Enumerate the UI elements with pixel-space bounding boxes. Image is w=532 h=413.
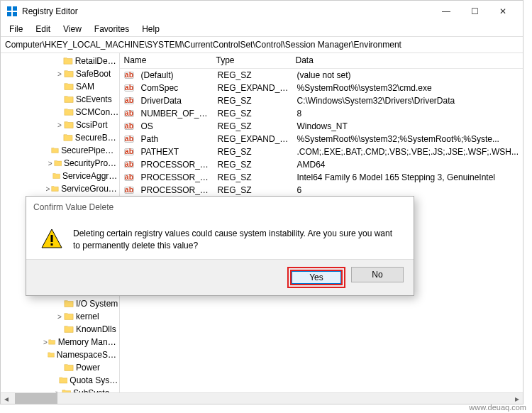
- value-row[interactable]: abPathREG_EXPAND_SZ%SystemRoot%\system32…: [120, 133, 523, 145]
- tree-item[interactable]: >kernel: [1, 310, 119, 323]
- tree-label: kernel: [76, 312, 99, 321]
- scroll-left-icon[interactable]: ◂: [1, 393, 12, 404]
- col-data[interactable]: Data: [292, 53, 523, 68]
- value-type: REG_SZ: [214, 172, 293, 182]
- tree-label: Power: [76, 363, 100, 373]
- tree-label: SafeBoot: [76, 69, 111, 79]
- value-type: REG_SZ: [214, 147, 293, 157]
- value-row[interactable]: abDriverDataREG_SZC:\Windows\System32\Dr…: [120, 94, 523, 107]
- maximize-button[interactable]: ☐: [460, 1, 489, 21]
- value-name: PROCESSOR_IDE...: [137, 172, 214, 182]
- tree-item[interactable]: ScEvents: [1, 93, 119, 106]
- tree-item[interactable]: SAM: [1, 80, 119, 93]
- expand-icon[interactable]: >: [43, 338, 49, 346]
- value-rows: ab(Default)REG_SZ(value not set)abComSpe…: [120, 69, 523, 209]
- warning-icon: [40, 228, 63, 250]
- value-name: PATHEXT: [137, 147, 214, 157]
- value-type: REG_EXPAND_SZ: [214, 134, 293, 144]
- tree-item[interactable]: >ServiceGroupOrder: [1, 182, 119, 195]
- tree-item[interactable]: SCMConfig: [1, 106, 119, 119]
- tree-item[interactable]: I/O System: [1, 297, 119, 310]
- svg-rect-2: [7, 12, 11, 16]
- value-row[interactable]: abComSpecREG_EXPAND_SZ%SystemRoot%\syste…: [120, 82, 523, 94]
- svg-text:ab: ab: [124, 70, 133, 79]
- value-data: (value not set): [293, 70, 523, 80]
- svg-text:ab: ab: [124, 121, 133, 130]
- tree-label: Quota System: [70, 375, 118, 385]
- address-bar[interactable]: Computer\HKEY_LOCAL_MACHINE\SYSTEM\Curre…: [1, 36, 523, 53]
- menu-view[interactable]: View: [57, 23, 87, 35]
- scroll-right-icon[interactable]: ▸: [511, 393, 523, 404]
- yes-highlight: Yes: [287, 267, 345, 288]
- menu-help[interactable]: Help: [136, 23, 165, 35]
- svg-text:ab: ab: [124, 134, 133, 143]
- menu-edit[interactable]: Edit: [30, 23, 56, 35]
- value-type: REG_SZ: [214, 160, 293, 170]
- value-row[interactable]: abPROCESSOR_LE...REG_SZ6: [120, 184, 523, 197]
- tree-item[interactable]: >SafeBoot: [1, 67, 119, 80]
- value-name: DriverData: [137, 96, 214, 106]
- tree-item[interactable]: NamespaceSeparation: [1, 348, 119, 361]
- col-type[interactable]: Type: [212, 53, 292, 68]
- tree-item[interactable]: KnownDlls: [1, 323, 119, 336]
- tree-item[interactable]: Quota System: [1, 374, 119, 387]
- svg-text:ab: ab: [124, 96, 133, 104]
- value-row[interactable]: abPROCESSOR_IDE...REG_SZIntel64 Family 6…: [120, 171, 523, 184]
- svg-rect-25: [51, 243, 53, 246]
- tree-label: RetailDemo: [75, 56, 119, 66]
- tree-item[interactable]: RetailDemo: [1, 55, 119, 67]
- value-data: AMD64: [293, 160, 523, 170]
- svg-rect-3: [13, 12, 17, 16]
- value-data: 8: [293, 109, 523, 119]
- h-scrollbar[interactable]: ◂ ▸: [1, 392, 523, 404]
- tree-label: SecureBoot: [75, 133, 119, 143]
- svg-text:ab: ab: [124, 147, 133, 155]
- svg-text:ab: ab: [124, 185, 133, 194]
- value-row[interactable]: abPROCESSOR_AR...REG_SZAMD64: [120, 158, 523, 171]
- minimize-button[interactable]: —: [432, 1, 460, 21]
- value-row[interactable]: ab(Default)REG_SZ(value not set): [120, 69, 523, 82]
- value-row[interactable]: abOSREG_SZWindows_NT: [120, 120, 523, 133]
- value-type: REG_SZ: [214, 185, 293, 195]
- no-button[interactable]: No: [351, 267, 404, 282]
- col-name[interactable]: Name: [120, 53, 212, 68]
- dialog-message: Deleting certain registry values could c…: [73, 228, 399, 252]
- confirm-dialog: Confirm Value Delete Deleting certain re…: [26, 196, 414, 296]
- yes-button[interactable]: Yes: [290, 270, 343, 285]
- value-type: REG_SZ: [214, 121, 293, 131]
- value-row[interactable]: abNUMBER_OF_PR...REG_SZ8: [120, 107, 523, 120]
- value-name: PROCESSOR_LE...: [137, 185, 214, 195]
- tree-item[interactable]: ServiceAggregator: [1, 170, 119, 182]
- expand-icon[interactable]: >: [55, 121, 64, 129]
- tree-label: I/O System: [76, 299, 118, 309]
- menu-favorites[interactable]: Favorites: [89, 23, 135, 35]
- value-data: 6: [293, 185, 523, 195]
- tree-item[interactable]: SecureBoot: [1, 131, 119, 144]
- expand-icon[interactable]: >: [47, 160, 54, 167]
- tree-item[interactable]: >ScsiPort: [1, 119, 119, 131]
- window-title: Registry Editor: [22, 6, 432, 16]
- expand-icon[interactable]: >: [45, 185, 51, 193]
- value-type: REG_SZ: [214, 70, 293, 80]
- close-button[interactable]: ✕: [489, 1, 517, 21]
- value-name: Path: [137, 134, 214, 144]
- tree-item[interactable]: >Memory Management: [1, 336, 119, 348]
- value-row[interactable]: abPATHEXTREG_SZ.COM;.EXE;.BAT;.CMD;.VBS;…: [120, 145, 523, 158]
- value-type: REG_SZ: [214, 109, 293, 119]
- scroll-thumb[interactable]: [15, 393, 57, 404]
- expand-icon[interactable]: >: [55, 70, 64, 78]
- tree-item[interactable]: >SubSystems: [1, 387, 119, 392]
- expand-icon[interactable]: >: [55, 313, 64, 321]
- svg-text:ab: ab: [124, 160, 133, 168]
- value-data: %SystemRoot%\system32\cmd.exe: [293, 83, 523, 93]
- value-name: OS: [137, 121, 214, 131]
- svg-rect-1: [13, 6, 17, 11]
- tree-item[interactable]: Power: [1, 361, 119, 374]
- value-data: Intel64 Family 6 Model 165 Stepping 3, G…: [293, 172, 523, 182]
- menu-file[interactable]: File: [4, 23, 28, 35]
- tree-item[interactable]: SecurePipeServers: [1, 144, 119, 157]
- value-data: C:\Windows\System32\Drivers\DriverData: [293, 96, 523, 106]
- tree-item[interactable]: >SecurityProviders: [1, 157, 119, 170]
- tree-label: KnownDlls: [76, 324, 116, 334]
- value-name: (Default): [137, 70, 214, 80]
